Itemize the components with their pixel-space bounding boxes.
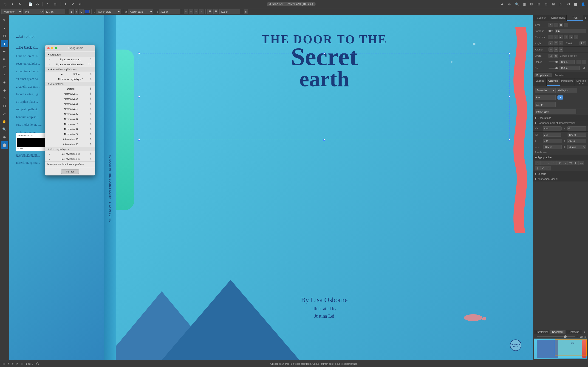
- start-thumb[interactable]: [555, 61, 558, 63]
- tool-hand[interactable]: ✋: [1, 118, 8, 125]
- canvas-area[interactable]: ...lat related ...he back c... Duis ac l…: [9, 15, 533, 360]
- cursor-icon[interactable]: ↖: [44, 1, 51, 7]
- alt-styl-default-item[interactable]: Défaut $: [45, 72, 95, 77]
- align-left-button[interactable]: ≡: [184, 9, 188, 14]
- tool-measure[interactable]: ⊕: [1, 133, 8, 141]
- zoom-plus-btn[interactable]: +: [576, 335, 578, 338]
- next-page-btn[interactable]: ▶: [16, 362, 19, 366]
- scale-v-input[interactable]: [567, 139, 586, 143]
- font-style-input[interactable]: [535, 95, 556, 100]
- alt-7-item[interactable]: Alternative 7 $: [45, 122, 95, 127]
- tool-zoom[interactable]: 🔍: [1, 126, 8, 133]
- jeu-02-item[interactable]: ✓ Jeu stylistique 02 $: [45, 156, 95, 161]
- table-tool[interactable]: ⊡: [543, 1, 549, 7]
- superscript-btn[interactable]: S²: [557, 161, 562, 165]
- end-flat2-icon[interactable]: ─|: [564, 35, 568, 39]
- styles-texte-tab[interactable]: Styles de texte: [574, 78, 588, 86]
- couleur-tab[interactable]: Couleur: [533, 15, 550, 21]
- baseline-input[interactable]: [543, 139, 562, 143]
- jeux-section-header[interactable]: ▼ Jeux stylistiques: [45, 147, 95, 151]
- fin-refresh-icon[interactable]: ↺: [582, 66, 586, 70]
- zoom-minus-btn[interactable]: -: [535, 335, 536, 338]
- fi-ligature-btn[interactable]: fi: [535, 161, 540, 165]
- scale-h-input[interactable]: [568, 133, 586, 137]
- media-tool[interactable]: ▷: [558, 1, 564, 7]
- alt-6-item[interactable]: Alternative 6 $: [45, 117, 95, 122]
- text-tool[interactable]: A: [499, 1, 505, 7]
- alt-8-item[interactable]: Alternative 8 $: [45, 127, 95, 132]
- alt-2-item[interactable]: Alternative 2 $: [45, 96, 95, 101]
- order-back-icon[interactable]: ▣: [553, 54, 558, 58]
- char-size-input[interactable]: [535, 102, 556, 107]
- align-justify-button[interactable]: ≡: [199, 9, 203, 14]
- frame-icon[interactable]: ⊞: [52, 1, 58, 7]
- tool-gradient[interactable]: ⊟: [1, 102, 8, 110]
- last-page-btn[interactable]: ⏭: [20, 362, 24, 366]
- jeu-01-item[interactable]: ✓ Jeu stylistique 01 $: [45, 151, 95, 156]
- user-icon[interactable]: 👤: [580, 1, 586, 7]
- handle-br[interactable]: [509, 139, 510, 141]
- size2-input[interactable]: [159, 9, 180, 14]
- end-round-icon[interactable]: ●─: [553, 35, 558, 39]
- caractere-tab[interactable]: Caractère: [547, 78, 560, 86]
- tool-eyedrop[interactable]: ⊙: [1, 87, 8, 94]
- prev-page-btn[interactable]: ◀: [6, 362, 10, 366]
- width-slider-handle[interactable]: [548, 31, 553, 31]
- link-tool[interactable]: ⊠: [550, 1, 557, 7]
- panel-menu-icon[interactable]: ≡: [583, 15, 588, 21]
- historique-tab[interactable]: Historique: [566, 330, 582, 334]
- tool-eye[interactable]: ✦: [1, 79, 8, 86]
- publisher-icon[interactable]: ✤: [17, 1, 23, 7]
- masquer-button[interactable]: Masquer les fonctions superflues: [45, 161, 95, 167]
- ligatures-standard-item[interactable]: ✓ Ligatures standard ﬁ: [45, 57, 95, 62]
- font-toggle-btn[interactable]: ●: [557, 95, 563, 100]
- tag-icon[interactable]: 🏷: [565, 1, 571, 7]
- oldstyle-btn[interactable]: ↩: [546, 166, 551, 170]
- handle-mr[interactable]: [509, 96, 510, 98]
- minimize-dot[interactable]: [51, 47, 53, 49]
- first-page-btn[interactable]: ⏮: [2, 362, 6, 366]
- width-input[interactable]: [555, 29, 586, 33]
- tool-brush[interactable]: ✏: [1, 56, 8, 63]
- app-icon[interactable]: ⬡: [2, 1, 8, 7]
- alternatives-section-header[interactable]: ▼ Alternatives: [45, 82, 95, 86]
- titling-btn[interactable]: T↑: [573, 161, 579, 165]
- langue-section[interactable]: ▶ Langue: [533, 171, 588, 176]
- tool-select[interactable]: ↖: [1, 17, 8, 24]
- grid-tool[interactable]: ⊞: [536, 1, 542, 7]
- handle-bm[interactable]: [323, 139, 325, 141]
- fin-slider[interactable]: [548, 68, 558, 69]
- tool-text[interactable]: T: [1, 40, 8, 47]
- subscript-btn[interactable]: ²: [552, 161, 556, 165]
- tool-fill[interactable]: ⬭: [1, 94, 8, 102]
- alt-9-item[interactable]: Alternative 9 $: [45, 132, 95, 137]
- ligatures-conditional-item[interactable]: ✓ Ligatures conditionnelles ﬃ: [45, 62, 95, 67]
- fermer-button[interactable]: Fermer: [61, 169, 79, 174]
- fin-thumb[interactable]: [555, 67, 558, 69]
- stroke-solid-icon[interactable]: ─: [553, 23, 558, 27]
- visual-align-section[interactable]: ▶ Alignement visuel: [533, 176, 588, 181]
- carre-input[interactable]: [579, 41, 586, 45]
- font-name-input[interactable]: [556, 88, 577, 93]
- opentype-button[interactable]: fi: [244, 9, 248, 14]
- tool-ellipse[interactable]: ○: [1, 71, 8, 78]
- zoom-thumb[interactable]: [564, 335, 567, 338]
- layout-tool[interactable]: ⊟: [528, 1, 535, 7]
- stroke-callig-icon[interactable]: /: [564, 23, 568, 27]
- ligatures-section-header[interactable]: ▼ Ligatures: [45, 52, 95, 57]
- alt-4-item[interactable]: Alternative 4 $: [45, 106, 95, 111]
- zoom-tool[interactable]: 🔍: [514, 1, 520, 7]
- font-family-select[interactable]: Wallington: [1, 9, 22, 14]
- fraction-btn[interactable]: ½: [546, 161, 551, 165]
- nav-highlight-box[interactable]: [555, 340, 587, 356]
- char-style-select[interactable]: Aucun style: [128, 9, 153, 14]
- text-color-swatch[interactable]: [85, 10, 90, 13]
- alt-1-item[interactable]: Alternative 1 $: [45, 91, 95, 96]
- tool-crop[interactable]: ⊡: [1, 32, 8, 40]
- start-slider[interactable]: [548, 61, 558, 62]
- stroke-none-icon[interactable]: ✕: [548, 23, 553, 27]
- position-section[interactable]: ▶ Positionnement et Transformation: [533, 120, 588, 125]
- close-dot[interactable]: [47, 47, 50, 49]
- angle-miter-icon[interactable]: ⌐: [548, 41, 553, 45]
- trait-tab[interactable]: Trait: [567, 15, 583, 21]
